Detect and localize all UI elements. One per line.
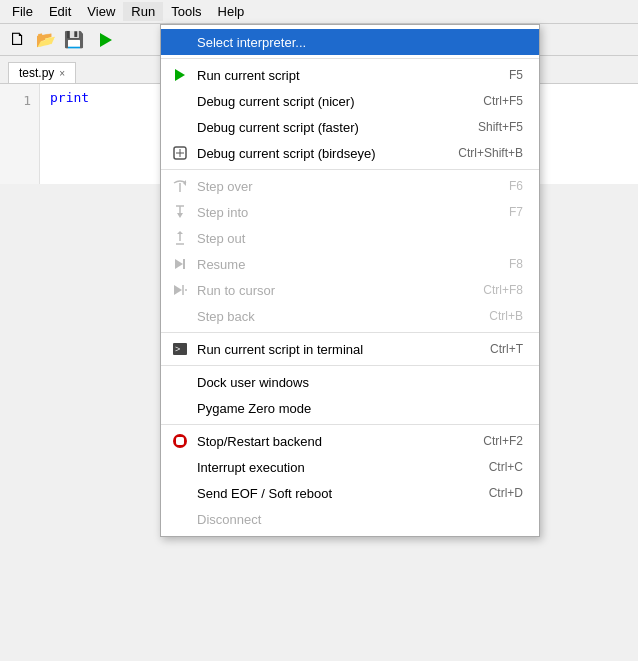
line-number-1: 1 (0, 90, 39, 112)
menu-item-label: Debug current script (nicer) (197, 94, 475, 109)
menu-item-shortcut: F7 (509, 205, 523, 219)
svg-marker-11 (175, 259, 183, 269)
menu-item-interrupt[interactable]: Interrupt execution Ctrl+C (161, 454, 539, 480)
step-out-icon (171, 229, 189, 247)
step-over-icon (171, 177, 189, 195)
separator-1 (161, 58, 539, 59)
menu-edit[interactable]: Edit (41, 2, 79, 21)
menu-run[interactable]: Run (123, 2, 163, 21)
menu-item-debug-birdseye[interactable]: Debug current script (birdseye) Ctrl+Shi… (161, 140, 539, 166)
run-menu-dropdown: Select interpreter... Run current script… (160, 24, 540, 537)
step-into-icon (171, 203, 189, 221)
menu-item-send-eof[interactable]: Send EOF / Soft reboot Ctrl+D (161, 480, 539, 506)
menu-item-shortcut: Shift+F5 (478, 120, 523, 134)
select-interpreter-icon (171, 33, 189, 51)
menu-item-shortcut: Ctrl+F8 (483, 283, 523, 297)
menu-item-label: Step back (197, 309, 481, 324)
menu-item-stop-restart[interactable]: Stop/Restart backend Ctrl+F2 (161, 428, 539, 454)
debug-nicer-icon (171, 92, 189, 110)
menu-item-label: Step over (197, 179, 501, 194)
svg-marker-9 (177, 231, 183, 234)
menu-item-select-interpreter[interactable]: Select interpreter... (161, 29, 539, 55)
menu-item-step-over[interactable]: Step over F6 (161, 173, 539, 199)
svg-marker-13 (174, 285, 182, 295)
run-icon (100, 33, 112, 47)
line-numbers: 1 (0, 84, 40, 184)
menu-item-label: Debug current script (faster) (197, 120, 470, 135)
menu-item-label: Step into (197, 205, 501, 220)
new-file-button[interactable]: 🗋 (6, 28, 30, 52)
menu-item-step-back[interactable]: Step back Ctrl+B (161, 303, 539, 329)
send-eof-icon (171, 484, 189, 502)
separator-5 (161, 424, 539, 425)
tab-test-py[interactable]: test.py × (8, 62, 76, 83)
open-file-button[interactable]: 📂 (34, 28, 58, 52)
birdseye-icon (171, 144, 189, 162)
menu-view[interactable]: View (79, 2, 123, 21)
menu-item-label: Debug current script (birdseye) (197, 146, 450, 161)
menu-item-step-into[interactable]: Step into F7 (161, 199, 539, 225)
menu-item-label: Select interpreter... (197, 35, 523, 50)
separator-4 (161, 365, 539, 366)
menu-item-label: Send EOF / Soft reboot (197, 486, 481, 501)
menu-item-resume[interactable]: Resume F8 (161, 251, 539, 277)
step-back-icon (171, 307, 189, 325)
menu-item-debug-nicer[interactable]: Debug current script (nicer) Ctrl+F5 (161, 88, 539, 114)
menu-item-shortcut: Ctrl+D (489, 486, 523, 500)
open-file-icon: 📂 (36, 30, 56, 49)
menu-file[interactable]: File (4, 2, 41, 21)
separator-2 (161, 169, 539, 170)
menu-item-disconnect[interactable]: Disconnect (161, 506, 539, 532)
pygame-zero-icon (171, 399, 189, 417)
menu-item-run-terminal[interactable]: Run current script in terminal Ctrl+T (161, 336, 539, 362)
menu-item-shortcut: Ctrl+F5 (483, 94, 523, 108)
resume-icon (171, 255, 189, 273)
stop-icon (171, 432, 189, 450)
menu-tools[interactable]: Tools (163, 2, 209, 21)
play-icon (171, 66, 189, 84)
menu-item-shortcut: Ctrl+F2 (483, 434, 523, 448)
menu-item-pygame-zero[interactable]: Pygame Zero mode (161, 395, 539, 421)
menu-item-dock-windows[interactable]: Dock user windows (161, 369, 539, 395)
menu-item-label: Dock user windows (197, 375, 515, 390)
menu-item-shortcut: Ctrl+B (489, 309, 523, 323)
run-button[interactable] (94, 28, 118, 52)
menu-item-shortcut: Ctrl+Shift+B (458, 146, 523, 160)
tab-label: test.py (19, 66, 54, 80)
menu-item-run-to-cursor[interactable]: Run to cursor Ctrl+F8 (161, 277, 539, 303)
separator-3 (161, 332, 539, 333)
menu-item-shortcut: Ctrl+C (489, 460, 523, 474)
save-file-icon: 💾 (64, 30, 84, 49)
menu-item-run-current[interactable]: Run current script F5 (161, 62, 539, 88)
menu-help[interactable]: Help (210, 2, 253, 21)
menubar: File Edit View Run Tools Help (0, 0, 638, 24)
menu-item-label: Disconnect (197, 512, 515, 527)
menu-item-shortcut: F5 (509, 68, 523, 82)
menu-item-label: Pygame Zero mode (197, 401, 515, 416)
menu-item-shortcut: F6 (509, 179, 523, 193)
code-content[interactable]: print (40, 84, 99, 184)
terminal-icon (171, 340, 189, 358)
disconnect-icon (171, 510, 189, 528)
menu-item-shortcut: F8 (509, 257, 523, 271)
debug-faster-icon (171, 118, 189, 136)
svg-marker-6 (177, 213, 183, 218)
menu-item-label: Stop/Restart backend (197, 434, 475, 449)
menu-item-label: Interrupt execution (197, 460, 481, 475)
interrupt-icon (171, 458, 189, 476)
menu-item-step-out[interactable]: Step out (161, 225, 539, 251)
menu-item-label: Run current script in terminal (197, 342, 482, 357)
menu-item-debug-faster[interactable]: Debug current script (faster) Shift+F5 (161, 114, 539, 140)
new-file-icon: 🗋 (9, 29, 27, 50)
menu-item-label: Run to cursor (197, 283, 475, 298)
menu-item-shortcut: Ctrl+T (490, 342, 523, 356)
menu-item-label: Resume (197, 257, 501, 272)
menu-item-label: Step out (197, 231, 515, 246)
code-line-1: print (50, 90, 89, 105)
menu-item-label: Run current script (197, 68, 501, 83)
tab-close-button[interactable]: × (59, 68, 65, 79)
save-file-button[interactable]: 💾 (62, 28, 86, 52)
run-cursor-icon (171, 281, 189, 299)
dock-windows-icon (171, 373, 189, 391)
